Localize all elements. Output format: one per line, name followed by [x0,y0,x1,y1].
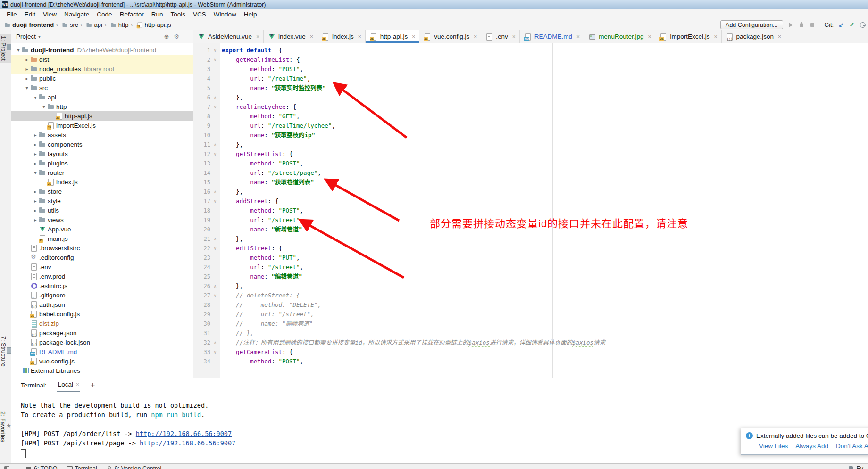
tree-item-dist.zip[interactable]: dist.zip [11,319,193,328]
menu-item-navigate[interactable]: Navigate [60,10,93,19]
tree-item-node-modules[interactable]: ▸node_moduleslibrary root [11,64,193,74]
git-update-icon[interactable]: ↙ [838,22,844,28]
tree-item-.env[interactable]: .env [11,262,193,272]
menu-item-run[interactable]: Run [148,10,167,19]
tree-expand-icon[interactable]: ▸ [32,151,39,156]
breadcrumb-item[interactable]: src› [61,21,84,29]
terminal-tab-local[interactable]: Local × [57,378,80,392]
close-icon[interactable]: × [412,33,415,40]
tree-item-.eslintrc.js[interactable]: .eslintrc.js [11,281,193,290]
editor[interactable]: 1∨export default {2∨ getRealTimeList: {3… [193,43,868,378]
tree-item-src[interactable]: ▾src [11,83,193,92]
tree-item-style[interactable]: ▸style [11,196,193,206]
hide-panel-icon[interactable]: — [184,33,190,40]
breadcrumb-item[interactable]: http› [110,21,135,29]
editor-tab-http-api.js[interactable]: http-api.js× [366,30,420,43]
tree-expand-icon[interactable]: ▸ [32,208,39,213]
menu-item-vcs[interactable]: VCS [189,10,210,19]
history-icon[interactable] [860,22,866,28]
tree-item-plugins[interactable]: ▸plugins [11,158,193,168]
tree-item-importexcel.js[interactable]: importExcel.js [11,121,193,130]
breadcrumb-item[interactable]: http-api.js [136,21,171,29]
tree-item-dist[interactable]: ▸dist [11,55,193,64]
fold-marker-icon[interactable]: ∨ [210,46,220,55]
notification-link-view-files[interactable]: View Files [759,443,788,450]
fold-marker-icon[interactable]: ∧ [210,93,220,102]
new-terminal-icon[interactable]: + [91,381,95,389]
tree-item-components[interactable]: ▸components [11,140,193,149]
tool-window-switcher-icon[interactable] [4,466,10,469]
tree-item-.gitignore[interactable]: .gitignore [11,290,193,300]
tree-expand-icon[interactable]: ▾ [15,48,22,53]
locate-file-icon[interactable]: ⊕ [164,33,169,40]
tree-item-auth.json[interactable]: auth.json [11,300,193,309]
tree-item-views[interactable]: ▸views [11,215,193,224]
status-item-terminal[interactable]: Terminal [67,465,97,469]
fold-marker-icon[interactable]: ∧ [210,234,220,244]
tree-item-store[interactable]: ▸store [11,187,193,196]
fold-marker-icon[interactable]: ∧ [210,187,220,197]
tree-item-vue.config.js[interactable]: vue.config.js [11,356,193,366]
menu-item-code[interactable]: Code [93,10,116,19]
menu-item-window[interactable]: Window [210,10,240,19]
tree-expand-icon[interactable]: ▸ [32,161,39,166]
notification-link-don-t-ask-agai[interactable]: Don't Ask Agai [836,443,868,450]
tree-expand-icon[interactable]: ▾ [32,95,39,100]
menu-item-refactor[interactable]: Refactor [116,10,148,19]
tree-expand-icon[interactable]: ▾ [24,85,30,91]
tree-expand-icon[interactable]: ▸ [24,66,30,72]
close-icon[interactable]: × [648,33,651,40]
close-icon[interactable]: × [256,33,259,40]
tool-stripe-favorites[interactable]: ★ 2: Favorites [0,410,11,444]
fold-marker-icon[interactable]: ∨ [210,102,220,112]
close-icon[interactable]: × [576,33,580,40]
tree-item-external-libraries[interactable]: External Libraries [11,366,193,375]
tree-expand-icon[interactable]: ▸ [24,57,30,62]
debug-icon[interactable] [798,22,805,28]
editor-tab-index.vue[interactable]: index.vue× [264,30,317,43]
fold-marker-icon[interactable]: ∨ [210,347,220,357]
notification-link-always-add[interactable]: Always Add [795,443,828,450]
git-commit-icon[interactable]: ✓ [849,22,855,28]
close-icon[interactable]: × [778,33,781,40]
editor-tab-menurouter.jpg[interactable]: menuRouter.jpg× [584,30,655,43]
terminal-link[interactable]: http://192.168.66.56:9007 [136,430,232,437]
status-item-6-todo[interactable]: 6: TODO [26,465,58,469]
tree-item-package-lock.json[interactable]: package-lock.json [11,337,193,347]
fold-marker-icon[interactable]: ∧ [210,281,220,291]
editor-tab-vue.config.js[interactable]: vue.config.js× [419,30,481,43]
stop-icon[interactable] [809,22,816,28]
tree-item-.env.prod[interactable]: .env.prod [11,272,193,281]
tool-stripe-structure[interactable]: 7: Structure [0,334,11,369]
tree-expand-icon[interactable]: ▾ [32,170,39,175]
fold-marker-icon[interactable]: ∨ [210,291,220,300]
tree-item-readme.md[interactable]: README.md [11,347,193,356]
terminal-output[interactable]: Note that the development build is not o… [11,392,868,463]
gear-icon[interactable]: ⚙ [174,33,179,40]
tree-expand-icon[interactable]: ▸ [32,132,39,138]
editor-tab-importexcel.js[interactable]: importExcel.js× [655,30,721,43]
tree-item-package.json[interactable]: package.json [11,328,193,337]
close-icon[interactable]: × [512,33,516,40]
status-item-ev[interactable]: Ev [848,465,863,469]
editor-tab-package.json[interactable]: package.json× [722,30,786,43]
tree-expand-icon[interactable]: ▾ [41,104,47,109]
tree-item-assets[interactable]: ▸assets [11,130,193,140]
fold-marker-icon[interactable]: ∨ [210,197,220,206]
menu-item-file[interactable]: File [3,10,21,19]
close-icon[interactable]: × [474,33,477,40]
add-configuration-button[interactable]: Add Configuration... [720,20,783,29]
fold-marker-icon[interactable]: ∧ [210,338,220,347]
tree-item-app.vue[interactable]: App.vue [11,224,193,234]
close-icon[interactable]: × [310,33,313,40]
tree-expand-icon[interactable]: ▸ [32,198,39,204]
menu-item-view[interactable]: View [39,10,60,19]
tool-stripe-project[interactable]: 1: Project [0,34,11,63]
fold-marker-icon[interactable]: ∨ [210,244,220,253]
breadcrumb-item[interactable]: api› [85,21,108,29]
tree-item-babel.config.js[interactable]: babel.config.js [11,309,193,319]
tree-item-index.js[interactable]: index.js [11,177,193,187]
tree-expand-icon[interactable]: ▸ [24,76,30,81]
close-icon[interactable]: × [76,381,79,388]
tree-expand-icon[interactable]: ▸ [32,142,39,147]
